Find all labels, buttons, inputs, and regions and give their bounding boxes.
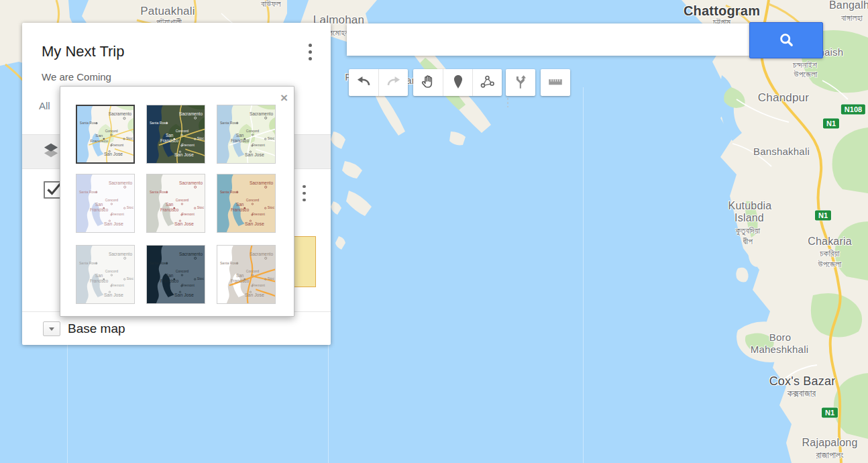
svg-text:Fremont: Fremont	[252, 212, 266, 216]
toolbar-group	[349, 69, 408, 96]
panel-menu-button[interactable]	[307, 39, 313, 65]
save-status: All	[39, 100, 50, 111]
basemap-tile-dark-landmass[interactable]: SacramentoSanta RosaSanFranciscoConcordS…	[146, 245, 205, 304]
svg-text:Fremont: Fremont	[111, 283, 125, 287]
svg-text:Stoc: Stoc	[127, 276, 134, 280]
svg-text:San Jose: San Jose	[245, 293, 264, 297]
close-icon[interactable]: ×	[279, 90, 289, 105]
svg-text:Fremont: Fremont	[252, 283, 266, 287]
basemap-tile-simple-atlas[interactable]: SacramentoSanta RosaSanFranciscoConcordS…	[217, 174, 276, 233]
svg-text:Stoc: Stoc	[268, 136, 275, 140]
svg-text:Francisco: Francisco	[90, 278, 109, 283]
map-label: বাঙ্গালহা	[841, 13, 863, 23]
trip-subtitle: We are Coming	[42, 71, 111, 83]
svg-text:Francisco: Francisco	[231, 138, 250, 143]
map-label: রাজাপালং	[816, 450, 843, 461]
layer-menu-button[interactable]	[301, 180, 307, 207]
svg-text:Fremont: Fremont	[182, 143, 195, 147]
add-marker-button[interactable]	[443, 69, 472, 96]
map-label: Boro	[769, 331, 792, 343]
map-label: Patuakhali	[140, 5, 195, 18]
basemap-tile-terrain[interactable]: SacramentoSanta RosaSanFranciscoConcordS…	[217, 105, 276, 164]
map-label: Kutubdia	[728, 200, 772, 212]
svg-text:Stoc: Stoc	[197, 136, 205, 140]
svg-text:Concord: Concord	[105, 269, 119, 273]
svg-text:Sacramento: Sacramento	[179, 181, 203, 185]
svg-text:Francisco: Francisco	[160, 207, 179, 212]
map-label: বাউফল	[261, 0, 281, 9]
undo-button[interactable]	[349, 69, 378, 96]
svg-text:Francisco: Francisco	[231, 207, 250, 212]
svg-text:Santa Rosa: Santa Rosa	[220, 261, 238, 265]
map-label: Bangalh	[829, 0, 868, 11]
svg-text:Concord: Concord	[246, 129, 260, 133]
svg-text:Stoc: Stoc	[268, 276, 275, 280]
svg-text:Concord: Concord	[176, 129, 189, 133]
basemap-tile-light-landmass[interactable]: SacramentoSanta RosaSanFranciscoConcordS…	[76, 245, 135, 304]
measure-button[interactable]	[541, 69, 570, 96]
search-button[interactable]	[749, 22, 823, 58]
basemap-tile-satellite[interactable]: SacramentoSanta RosaSanFranciscoConcordS…	[146, 105, 205, 164]
layer-visibility-checkbox[interactable]	[44, 181, 61, 199]
road-badge: N108	[841, 105, 865, 115]
toolbar-group	[541, 69, 570, 96]
svg-text:San: San	[95, 133, 103, 138]
map-label: কুতুবদিয়া	[736, 225, 761, 236]
svg-text:Concord: Concord	[176, 269, 189, 273]
search-input[interactable]	[347, 23, 749, 56]
svg-text:Stoc: Stoc	[126, 136, 133, 140]
svg-text:San Jose: San Jose	[174, 221, 194, 226]
basemap-tile-whitewater[interactable]: SacramentoSanta RosaSanFranciscoConcordS…	[217, 245, 276, 304]
map-label: Chakaria	[808, 236, 852, 248]
redo-button[interactable]	[378, 69, 408, 96]
svg-text:Francisco: Francisco	[160, 278, 179, 283]
three-dot-icon	[303, 185, 306, 189]
road-badge: N1	[815, 211, 831, 221]
search-icon	[777, 31, 795, 50]
svg-text:San: San	[236, 202, 244, 207]
svg-text:San: San	[95, 273, 103, 278]
svg-text:Concord: Concord	[105, 198, 119, 202]
road-badge: N1	[823, 119, 839, 129]
svg-text:Sacramento: Sacramento	[109, 181, 133, 185]
pan-button[interactable]	[413, 69, 443, 96]
svg-text:Santa Rosa: Santa Rosa	[150, 121, 168, 125]
svg-text:Santa Rosa: Santa Rosa	[150, 261, 168, 265]
basemap-tile-mono-city[interactable]: SacramentoSanta RosaSanFranciscoConcordS…	[146, 174, 205, 233]
base-map-dropdown-button[interactable]	[43, 321, 60, 336]
ruler-icon	[547, 73, 564, 93]
svg-text:Santa Rosa: Santa Rosa	[79, 261, 97, 265]
svg-text:Sacramento: Sacramento	[250, 181, 274, 185]
svg-text:Santa Rosa: Santa Rosa	[80, 121, 97, 125]
map-label: Rajapalong	[802, 437, 858, 449]
svg-text:San Jose: San Jose	[104, 293, 123, 297]
map-label: উপজেলা	[794, 69, 818, 80]
svg-text:Fremont: Fremont	[182, 283, 195, 287]
svg-text:San: San	[236, 273, 244, 278]
svg-text:Stoc: Stoc	[197, 276, 205, 280]
svg-text:San Jose: San Jose	[245, 221, 264, 226]
directions-button[interactable]	[506, 69, 535, 96]
map-label: Chandpur	[758, 91, 809, 105]
svg-text:Concord: Concord	[246, 269, 260, 273]
map-label: Island	[735, 212, 764, 224]
three-dot-icon	[309, 44, 312, 47]
basemap-tile-default[interactable]: SacramentoSanta RosaSanFranciscoConcordS…	[76, 105, 135, 164]
svg-text:Sacramento: Sacramento	[250, 111, 274, 116]
map-label: উপজেলা	[818, 259, 842, 270]
svg-text:Concord: Concord	[246, 198, 260, 202]
svg-text:San: San	[236, 133, 244, 138]
draw-line-button[interactable]	[472, 69, 502, 96]
basemap-tile-light-political[interactable]: SacramentoSanta RosaSanFranciscoConcordS…	[76, 174, 135, 233]
svg-text:San: San	[166, 133, 174, 138]
map-label: কক্সবাজার	[788, 388, 816, 399]
svg-text:San Jose: San Jose	[104, 221, 123, 226]
base-map-picker-dialog: × SacramentoSanta RosaSanFranciscoConcor…	[60, 86, 294, 317]
svg-text:Fremont: Fremont	[252, 143, 266, 147]
svg-text:Francisco: Francisco	[231, 278, 250, 283]
polyline-nodes-icon	[479, 73, 496, 93]
svg-text:Sacramento: Sacramento	[109, 252, 133, 256]
my-maps-app: Patuakhaliপটুয়াখালীবাউফলLalmohanলালমোহন…	[0, 0, 868, 463]
svg-text:San: San	[166, 202, 174, 207]
svg-text:Fremont: Fremont	[111, 143, 124, 147]
